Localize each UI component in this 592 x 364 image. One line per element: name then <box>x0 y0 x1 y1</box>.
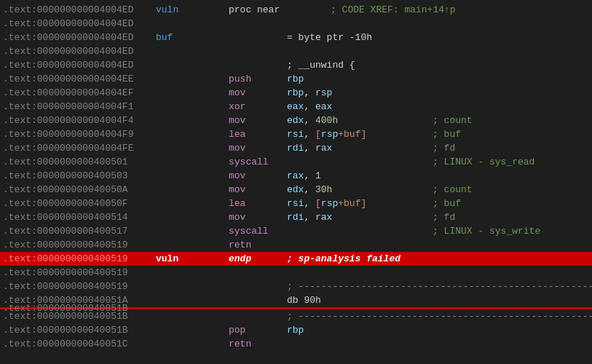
address: .text:0000000000400519 <box>3 281 156 292</box>
address: .text:000000000040050F <box>3 198 156 209</box>
operands: edx, 30h <box>287 184 433 195</box>
address: .text:000000000004004F1 <box>3 101 156 112</box>
address: .text:0000000000400519 <box>3 267 156 278</box>
code-line: .text:0000000000400517syscall; LINUX - s… <box>0 224 592 238</box>
address: .text:000000000040051B <box>3 325 156 336</box>
separator-text: ; --------------------------------------… <box>287 311 592 322</box>
code-line: .text:000000000040050Amovedx, 30h; count <box>0 183 592 197</box>
code-line: .text:000000000004004EDvulnproc near; CO… <box>0 3 592 17</box>
code-line: .text:000000000004004F4movedx, 400h; cou… <box>0 114 592 127</box>
address: .text:0000000000400519 <box>3 240 156 250</box>
code-line: .text:000000000004004ED <box>0 44 592 58</box>
code-line: .text:0000000000400501syscall; LINUX - s… <box>0 155 592 169</box>
comment: ; CODE XREF: main+14↑p <box>331 4 456 15</box>
mnemonic: mov <box>229 87 287 98</box>
code-line: .text:000000000040051Bpoprbp <box>0 323 592 337</box>
mnemonic: xor <box>229 101 287 112</box>
mnemonic: pop <box>229 325 287 336</box>
operands: eax, eax <box>287 101 433 112</box>
address: .text:000000000004004FE <box>3 143 156 154</box>
address: .text:000000000004004F4 <box>3 115 156 126</box>
address: .text:0000000000400503 <box>3 170 156 181</box>
code-line: .text:0000000000400519retn <box>0 238 592 252</box>
code-line: .text:000000000004004ED; __unwind { <box>0 58 592 72</box>
code-line: .text:0000000000400503movrax, 1 <box>0 169 592 183</box>
mnemonic: push <box>229 74 287 84</box>
mnemonic: retn <box>229 240 287 250</box>
endp-label: vuln <box>156 253 229 264</box>
address: .text:000000000004004EE <box>3 74 156 84</box>
address: .text:000000000040051B <box>3 311 156 322</box>
unwind-comment: ; __unwind { <box>287 60 355 71</box>
operands: rdi, rax <box>287 143 433 154</box>
code-line: .text:0000000000400519vulnendp; sp-analy… <box>0 252 592 266</box>
code-view: .text:000000000004004EDvulnproc near; CO… <box>0 0 592 354</box>
address: .text:0000000000400519 <box>3 253 156 264</box>
comment: ; LINUX - sys_read <box>433 157 534 167</box>
code-line: .text:0000000000400514movrdi, rax; fd <box>0 210 592 224</box>
code-line: .text:0000000000400519 <box>0 266 592 280</box>
address: .text:000000000004004ED <box>3 18 156 29</box>
db-value: db 90h <box>287 295 321 306</box>
mnemonic: lea <box>229 129 287 140</box>
operands: rax, 1 <box>287 170 433 181</box>
address: .text:0000000000400517 <box>3 226 156 237</box>
separator-text: ; --------------------------------------… <box>287 281 592 292</box>
address: .text:000000000004004ED <box>3 46 156 57</box>
operands: rbp, rsp <box>287 87 433 98</box>
comment: ; buf <box>433 129 461 140</box>
code-line: .text:000000000040051B; ----------------… <box>0 309 592 323</box>
code-line: .text:000000000004004F9learsi, [rsp+buf]… <box>0 127 592 141</box>
mnemonic: syscall <box>229 157 287 167</box>
mnemonic: lea <box>229 198 287 209</box>
operands: rbp <box>287 325 433 336</box>
address: .text:0000000000400501 <box>3 157 156 167</box>
code-line: .text:0000000000400519; ----------------… <box>0 280 592 293</box>
code-line: .text:000000000040051Cretn <box>0 337 592 351</box>
operands: rsi, [rsp+buf] <box>287 129 433 140</box>
operands: rsi, [rsp+buf] <box>287 198 433 209</box>
mnemonic: mov <box>229 184 287 195</box>
mnemonic: mov <box>229 212 287 223</box>
code-line: .text:000000000004004ED <box>0 17 592 31</box>
comment: ; LINUX - sys_write <box>433 226 540 237</box>
address: .text:000000000004004ED <box>3 60 156 71</box>
code-line: .text:000000000004004EEpushrbp <box>0 72 592 86</box>
var-def: = byte ptr -10h <box>287 32 372 43</box>
address: .text:000000000040051C <box>3 339 156 349</box>
address: .text:000000000004004ED <box>3 32 156 43</box>
label: vuln <box>156 4 229 15</box>
operands: rdi, rax <box>287 212 433 223</box>
mnemonic: mov <box>229 143 287 154</box>
code-line: .text:000000000004004FEmovrdi, rax; fd <box>0 141 592 155</box>
operands: edx, 400h <box>287 115 433 126</box>
code-line: .text:000000000004004EDbuf= byte ptr -10… <box>0 31 592 44</box>
address: .text:000000000004004ED <box>3 4 156 15</box>
mnemonic: mov <box>229 115 287 126</box>
comment: ; fd <box>433 143 455 154</box>
comment: ; count <box>433 115 473 126</box>
code-line: .text:000000000004004F1xoreax, eax <box>0 100 592 114</box>
code-line: .text:000000000040050Flearsi, [rsp+buf];… <box>0 197 592 210</box>
comment: ; fd <box>433 212 455 223</box>
address: .text:000000000004004EF <box>3 87 156 98</box>
proc-keyword: proc near <box>229 4 287 15</box>
mnemonic: retn <box>229 339 287 349</box>
comment: ; buf <box>433 198 461 209</box>
address: .text:000000000004004F9 <box>3 129 156 140</box>
endp-comment: ; sp-analysis failed <box>287 253 400 264</box>
address: .text:000000000040050A <box>3 184 156 195</box>
endp-keyword: endp <box>229 253 287 264</box>
label: buf <box>156 32 229 43</box>
address: .text:0000000000400514 <box>3 212 156 223</box>
comment: ; count <box>433 184 473 195</box>
mnemonic: mov <box>229 170 287 181</box>
operands: rbp <box>287 74 433 84</box>
code-line: .text:000000000004004EFmovrbp, rsp <box>0 86 592 100</box>
mnemonic: syscall <box>229 226 287 237</box>
